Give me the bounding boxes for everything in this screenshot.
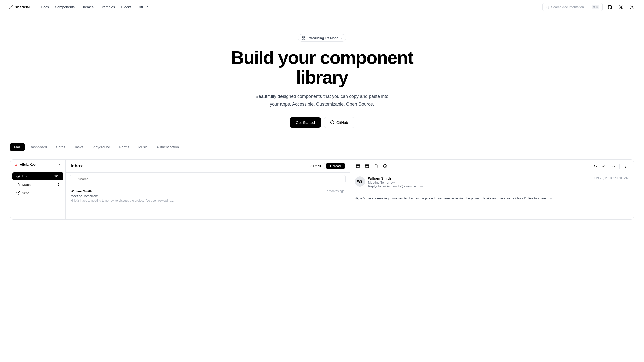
mail-detail-toolbar	[350, 160, 634, 173]
mail-item-time: 7 months ago	[326, 189, 345, 193]
github-button[interactable]: GitHub	[324, 117, 354, 128]
sun-icon	[630, 5, 634, 9]
theme-toggle-button[interactable]	[628, 3, 636, 11]
tab-playground[interactable]: Playground	[88, 143, 114, 151]
svg-point-23	[625, 167, 626, 167]
toolbar-right-icons	[591, 162, 630, 170]
mail-detail-replyto: Reply-To: williamsmith@example.com	[368, 184, 591, 188]
svg-line-9	[633, 6, 633, 6]
mail-detail-meta-header: WS William Smith Meeting Tomorrow Reply-…	[355, 176, 629, 188]
more-button[interactable]	[622, 162, 630, 170]
nav-left: shadcn/ui Docs Components Themes Example…	[8, 5, 148, 10]
mail-detail: WS William Smith Meeting Tomorrow Reply-…	[350, 160, 634, 219]
snooze-button[interactable]	[381, 162, 389, 170]
lift-mode-badge[interactable]: Introducing Lift Mode →	[298, 34, 346, 42]
lift-mode-icon	[302, 36, 306, 40]
sent-icon	[16, 191, 20, 195]
mail-inbox-title: Inbox	[71, 163, 83, 169]
tab-cards[interactable]: Cards	[52, 143, 69, 151]
mail-account[interactable]: ▲ Alicia Koch	[10, 160, 65, 170]
nav-link-themes[interactable]: Themes	[81, 5, 94, 9]
nav-link-github[interactable]: GitHub	[138, 5, 149, 9]
mail-search-wrap	[70, 175, 346, 183]
logo-text: shadcn/ui	[15, 5, 33, 9]
mail-nav-inbox[interactable]: Inbox 128	[12, 172, 63, 180]
forward-button[interactable]	[609, 162, 617, 170]
nav-link-examples[interactable]: Examples	[100, 5, 115, 9]
mail-detail-subject: Meeting Tomorrow	[368, 180, 591, 184]
twitter-icon-button[interactable]	[617, 3, 625, 11]
search-box[interactable]: Search documentation... ⌘ K	[542, 3, 603, 11]
tab-dashboard[interactable]: Dashboard	[26, 143, 51, 151]
tab-forms[interactable]: Forms	[115, 143, 133, 151]
forward-icon	[611, 164, 615, 168]
reply-button[interactable]	[591, 162, 599, 170]
search-placeholder: Search documentation...	[551, 5, 587, 9]
filter-all-button[interactable]: All mail	[307, 163, 325, 169]
mail-item-from: William Smith	[71, 189, 92, 193]
sender-avatar: WS	[355, 176, 365, 187]
nav-link-blocks[interactable]: Blocks	[121, 5, 131, 9]
get-started-button[interactable]: Get Started	[290, 117, 321, 128]
inbox-label: Inbox	[22, 174, 30, 178]
mail-nav-sent[interactable]: Sent	[12, 189, 63, 197]
search-kbd: ⌘ K	[592, 5, 599, 9]
mail-account-left: ▲ Alicia Koch	[14, 163, 38, 167]
drafts-label: Drafts	[22, 183, 31, 187]
account-chevron-icon	[58, 163, 61, 166]
archive2-button[interactable]	[363, 162, 371, 170]
drafts-count: 9	[58, 183, 59, 186]
navigation: shadcn/ui Docs Components Themes Example…	[0, 0, 644, 14]
mail-item-preview: Hi let's have a meeting tomorrow to disc…	[71, 199, 345, 202]
mail-nav-drafts[interactable]: Drafts 9	[12, 181, 63, 189]
account-warning-icon: ▲	[14, 163, 18, 167]
filter-unread-button[interactable]: Unread	[326, 163, 345, 169]
mail-nav-inbox-left: Inbox	[16, 174, 30, 178]
nav-link-components[interactable]: Components	[55, 5, 75, 9]
twitter-icon	[619, 5, 623, 9]
svg-point-0	[546, 6, 548, 8]
toolbar-left-icons	[354, 162, 389, 170]
mail-nav-drafts-left: Drafts	[16, 183, 31, 187]
svg-rect-17	[356, 165, 360, 165]
tab-mail[interactable]: Mail	[10, 143, 25, 151]
mail-list-header: Inbox All mail Unread	[66, 160, 350, 173]
hero-title: Build your component library	[209, 48, 435, 87]
archive-icon	[356, 164, 360, 168]
logo-icon	[8, 5, 13, 10]
svg-rect-19	[365, 165, 369, 165]
archive-button[interactable]	[354, 162, 362, 170]
mail-item-header: William Smith 7 months ago	[71, 189, 345, 193]
tab-music[interactable]: Music	[134, 143, 152, 151]
mail-detail-info: William Smith Meeting Tomorrow Reply-To:…	[368, 176, 591, 188]
nav-link-docs[interactable]: Docs	[41, 5, 49, 9]
hero-subtitle: Beautifully designed components that you…	[252, 93, 392, 108]
mail-search-input[interactable]	[70, 175, 346, 183]
search-icon	[546, 5, 549, 9]
svg-line-8	[630, 8, 631, 8]
nav-right: Search documentation... ⌘ K	[542, 3, 636, 11]
svg-line-4	[630, 6, 631, 6]
clock-icon	[383, 164, 387, 168]
nav-links: Docs Components Themes Examples Blocks G…	[41, 5, 148, 9]
mail-search-area	[66, 173, 350, 186]
github-btn-label: GitHub	[336, 120, 348, 125]
tab-tasks[interactable]: Tasks	[70, 143, 88, 151]
hero-buttons: Get Started GitHub	[290, 117, 354, 128]
svg-line-5	[633, 8, 633, 8]
github-icon-button[interactable]	[606, 3, 614, 11]
delete-button[interactable]	[372, 162, 380, 170]
mail-detail-meta: WS William Smith Meeting Tomorrow Reply-…	[350, 173, 634, 192]
reply-all-button[interactable]	[600, 162, 608, 170]
inbox-icon	[16, 174, 20, 178]
tab-authentication[interactable]: Authentication	[152, 143, 183, 151]
hero-section: Introducing Lift Mode → Build your compo…	[0, 14, 644, 143]
mail-detail-body: Hi, let's have a meeting tomorrow to dis…	[350, 192, 634, 205]
logo-link[interactable]: shadcn/ui	[8, 5, 33, 10]
svg-rect-13	[304, 38, 305, 39]
mail-detail-from: William Smith	[368, 176, 591, 180]
mail-item[interactable]: William Smith 7 months ago Meeting Tomor…	[66, 186, 350, 206]
svg-point-1	[631, 6, 633, 8]
github-icon	[608, 5, 612, 9]
svg-rect-11	[304, 36, 305, 38]
